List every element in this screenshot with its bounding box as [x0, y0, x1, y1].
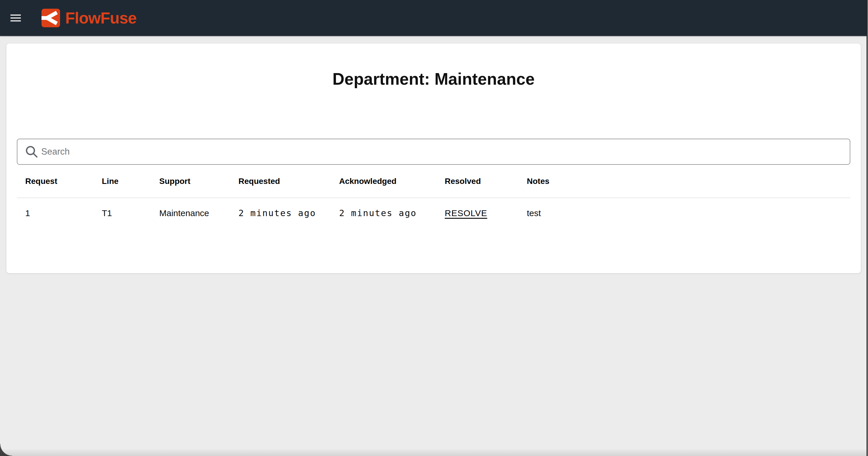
column-header-support: Support — [151, 165, 230, 198]
cell-support: Maintenance — [151, 198, 230, 228]
cell-requested: 2 minutes ago — [230, 198, 331, 228]
menu-button[interactable] — [10, 11, 23, 24]
brand-logo[interactable]: FlowFuse — [41, 9, 137, 27]
cell-line: T1 — [93, 198, 151, 228]
column-header-request: Request — [17, 165, 93, 198]
search-field — [17, 139, 850, 165]
table-row: 1 T1 Maintenance 2 minutes ago 2 minutes… — [17, 198, 850, 228]
navbar: FlowFuse — [0, 0, 868, 36]
column-header-line: Line — [93, 165, 151, 198]
cell-request: 1 — [17, 198, 93, 228]
cell-resolved: RESOLVE — [436, 198, 519, 228]
cell-acknowledged: 2 minutes ago — [331, 198, 436, 228]
hamburger-icon — [10, 14, 21, 16]
screen: FlowFuse Department: Maintenance Request… — [0, 0, 868, 456]
content-card: Department: Maintenance Request Line Sup… — [6, 43, 861, 273]
column-header-resolved: Resolved — [436, 165, 519, 198]
window-bottom-shadow — [0, 449, 868, 456]
cell-notes: test — [519, 198, 850, 228]
window-bottom-left-corner — [0, 444, 12, 456]
search-input[interactable] — [17, 139, 850, 165]
table-header: Request Line Support Requested Acknowled… — [17, 165, 850, 198]
flowfuse-fork-icon — [41, 9, 60, 27]
page-title: Department: Maintenance — [17, 69, 850, 89]
column-header-notes: Notes — [519, 165, 850, 198]
resolve-link[interactable]: RESOLVE — [445, 208, 487, 218]
column-header-acknowledged: Acknowledged — [331, 165, 436, 198]
brand-name: FlowFuse — [65, 9, 137, 27]
column-header-requested: Requested — [230, 165, 331, 198]
requests-table: Request Line Support Requested Acknowled… — [17, 165, 850, 228]
